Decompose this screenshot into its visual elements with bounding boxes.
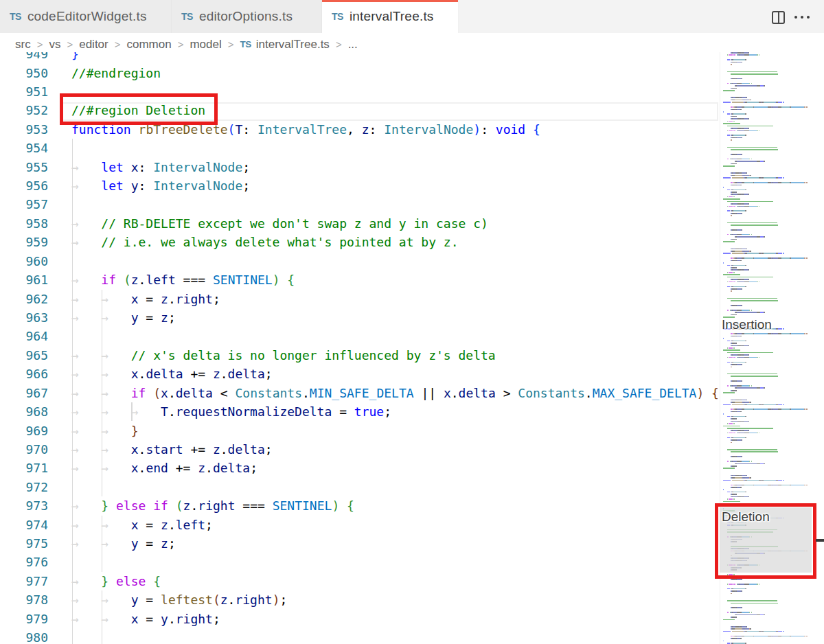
code-text: →→if (x.delta < Constants.MIN_SAFE_DELTA… [71,384,719,402]
code-line-979[interactable]: 979→→x = y.right; [0,610,720,629]
code-line-954[interactable]: 954 [0,139,720,158]
more-actions-icon[interactable] [794,16,797,19]
chevron-right-icon: > [115,38,121,50]
line-number[interactable]: 976 [0,553,48,571]
line-number[interactable]: 975 [0,534,48,553]
annotation-box-region-deletion [60,93,218,125]
breadcrumb-file[interactable]: TSintervalTree.ts [240,38,330,51]
code-editor[interactable]: 949}950//#endregion951952//#region Delet… [0,52,720,644]
line-number[interactable]: 964 [0,327,48,345]
more-actions-dot[interactable] [801,16,803,19]
breadcrumb-editor[interactable]: editor [79,38,108,51]
line-number[interactable]: 972 [0,478,48,496]
code-text: →→x = y.right; [71,610,220,628]
line-number[interactable]: 979 [0,610,48,628]
code-text: →→→T.requestNormalizeDelta = true; [71,402,391,421]
line-number[interactable]: 958 [0,214,48,233]
code-line-980[interactable]: 980 [0,628,720,644]
code-text: //#endregion [71,64,161,82]
code-line-964[interactable]: 964 [0,327,720,346]
code-line-973[interactable]: 973→} else if (z.right === SENTINEL) { [0,496,720,516]
code-text: →let x: IntervalNode; [71,158,250,176]
code-line-962[interactable]: 962→→x = z.right; [0,290,720,309]
code-line-976[interactable]: 976 [0,553,720,572]
line-number[interactable]: 974 [0,516,48,534]
code-line-971[interactable]: 971→→x.end += z.delta; [0,459,720,478]
tab-bar: TScodeEditorWidget.tsTSeditorOptions.tsT… [0,0,824,33]
tab-codeEditorWidget.ts[interactable]: TScodeEditorWidget.ts [0,0,172,33]
minimap-section-insertion: Insertion [722,317,772,332]
tab-intervalTree.ts[interactable]: TSintervalTree.ts [322,0,459,33]
code-line-978[interactable]: 978→→y = leftest(z.right); [0,590,720,610]
line-number[interactable]: 955 [0,158,48,176]
line-number[interactable]: 953 [0,120,48,139]
breadcrumb-vs[interactable]: vs [49,38,60,51]
chevron-right-icon: > [228,38,234,50]
chevron-right-icon: > [37,38,43,50]
code-line-974[interactable]: 974→→x = z.left; [0,516,720,535]
code-line-977[interactable]: 977→} else { [0,572,720,591]
code-line-961[interactable]: 961→if (z.left === SENTINEL) { [0,271,720,290]
line-number[interactable]: 965 [0,346,48,365]
split-editor-icon[interactable] [772,11,785,24]
code-line-955[interactable]: 955→let x: IntervalNode; [0,158,720,177]
code-line-960[interactable]: 960 [0,252,720,271]
more-actions-dot[interactable] [807,16,810,19]
code-line-968[interactable]: 968→→→T.requestNormalizeDelta = true; [0,402,720,422]
code-line-958[interactable]: 958→// RB-DELETE except we don't swap z … [0,214,720,233]
line-number[interactable]: 980 [0,628,48,644]
line-number[interactable]: 961 [0,271,48,289]
code-line-959[interactable]: 959→// i.e. we always delete what's poin… [0,233,720,252]
code-line-969[interactable]: 969→→} [0,422,720,441]
line-number[interactable]: 971 [0,459,48,477]
breadcrumb-model[interactable]: model [190,38,221,51]
line-number[interactable]: 969 [0,422,48,440]
indent-guide [102,290,103,497]
code-text: →→y = z; [71,308,176,327]
breadcrumb-common[interactable]: common [127,38,172,51]
line-number[interactable]: 954 [0,139,48,157]
indent-guide [102,516,103,572]
line-number[interactable]: 966 [0,365,48,383]
line-number[interactable]: 963 [0,308,48,327]
tab-editorOptions.ts[interactable]: TSeditorOptions.ts [172,0,322,33]
code-line-975[interactable]: 975→→y = z; [0,534,720,553]
code-line-970[interactable]: 970→→x.start += z.delta; [0,440,720,459]
line-number[interactable]: 973 [0,496,48,515]
ts-file-icon: TS [332,11,343,22]
line-number[interactable]: 970 [0,440,48,459]
line-number[interactable]: 957 [0,195,48,214]
line-number[interactable]: 949 [0,52,48,64]
line-number[interactable]: 977 [0,572,48,590]
code-line-965[interactable]: 965→→// x's delta is no longer influence… [0,346,720,365]
code-line-950[interactable]: 950//#endregion [0,64,720,83]
code-line-972[interactable]: 972 [0,478,720,497]
code-text: →→// x's delta is no longer influenced b… [71,346,496,365]
line-number[interactable]: 968 [0,402,48,421]
code-line-949[interactable]: 949} [0,52,720,64]
line-number[interactable]: 950 [0,64,48,82]
code-text: →if (z.left === SENTINEL) { [71,271,295,289]
breadcrumb-overflow[interactable]: ... [348,38,358,51]
code-line-956[interactable]: 956→let y: IntervalNode; [0,176,720,196]
line-number[interactable]: 956 [0,176,48,195]
chevron-right-icon: > [336,38,342,50]
code-line-963[interactable]: 963→→y = z; [0,308,720,327]
line-number[interactable]: 952 [0,101,48,119]
line-number[interactable]: 978 [0,590,48,609]
line-number[interactable]: 960 [0,252,48,271]
code-line-957[interactable]: 957 [0,195,720,214]
code-text: →→y = z; [71,534,176,553]
code-line-966[interactable]: 966→→x.delta += z.delta; [0,365,720,384]
code-text: →} else { [71,572,161,590]
breadcrumb-src[interactable]: src [15,38,31,51]
code-line-967[interactable]: 967→→if (x.delta < Constants.MIN_SAFE_DE… [0,384,720,403]
line-number[interactable]: 967 [0,384,48,402]
line-number[interactable]: 962 [0,290,48,308]
ts-file-icon: TS [240,39,251,49]
ts-file-icon: TS [181,11,193,22]
code-text: →→x = z.right; [71,290,220,308]
line-number[interactable]: 951 [0,82,48,101]
line-number[interactable]: 959 [0,233,48,251]
indent-guide [102,590,103,644]
